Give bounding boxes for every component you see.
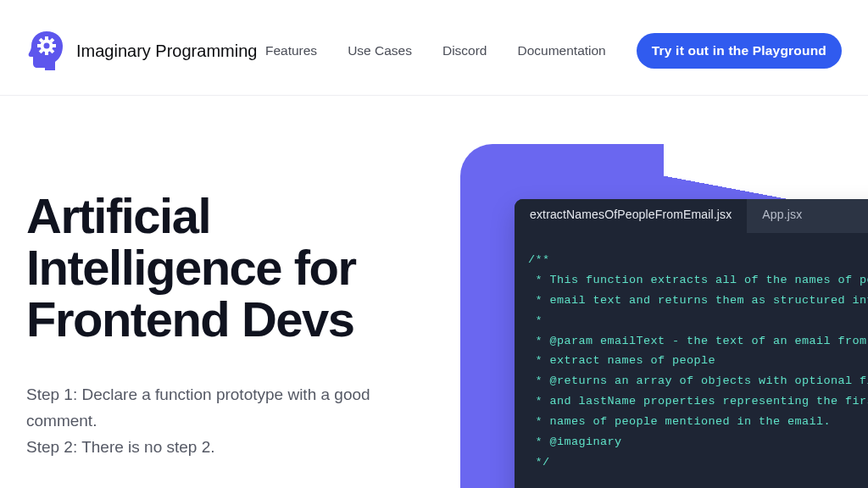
main-nav: Features Use Cases Discord Documentation… (265, 33, 842, 69)
header: Imaginary Programming Features Use Cases… (0, 0, 868, 96)
svg-rect-2 (45, 36, 48, 40)
svg-rect-4 (37, 44, 41, 47)
hero-section: Artificial Intelligence for Frontend Dev… (0, 182, 868, 460)
nav-use-cases[interactable]: Use Cases (348, 43, 412, 58)
hero-headline: Artificial Intelligence for Frontend Dev… (26, 191, 418, 346)
step-2: Step 2: There is no step 2. (26, 434, 418, 460)
step-1: Step 1: Declare a function prototype wit… (26, 381, 418, 434)
tab-app[interactable]: App.jsx (747, 199, 817, 233)
hero-steps: Step 1: Declare a function prototype wit… (26, 381, 418, 460)
brain-gear-logo-icon (26, 30, 64, 72)
brand-name: Imaginary Programming (76, 42, 257, 61)
nav-documentation[interactable]: Documentation (517, 43, 605, 58)
svg-rect-5 (53, 44, 56, 47)
svg-rect-3 (45, 52, 48, 55)
brand[interactable]: Imaginary Programming (26, 30, 257, 72)
hero-code-panel: extractNamesOfPeopleFromEmail.jsx App.js… (460, 182, 868, 460)
code-content: /** * This function extracts all of the … (515, 233, 868, 488)
svg-point-1 (44, 43, 50, 49)
playground-cta-button[interactable]: Try it out in the Playground (637, 33, 842, 69)
nav-discord[interactable]: Discord (442, 43, 487, 58)
code-editor: extractNamesOfPeopleFromEmail.jsx App.js… (515, 199, 868, 488)
nav-features[interactable]: Features (265, 43, 317, 58)
hero-text: Artificial Intelligence for Frontend Dev… (26, 191, 418, 460)
editor-tabs: extractNamesOfPeopleFromEmail.jsx App.js… (515, 199, 868, 233)
tab-extract-names[interactable]: extractNamesOfPeopleFromEmail.jsx (515, 199, 747, 233)
